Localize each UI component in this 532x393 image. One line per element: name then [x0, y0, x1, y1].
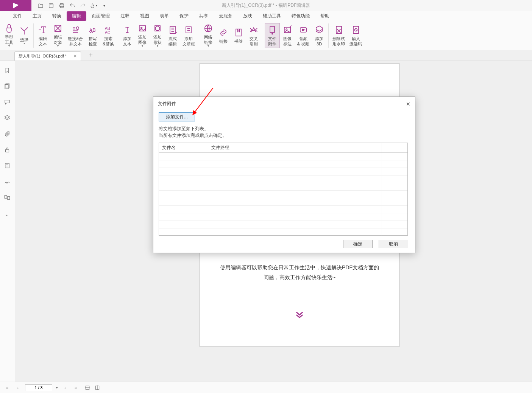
table-row[interactable] — [159, 228, 407, 236]
signature-icon[interactable] — [4, 178, 11, 186]
form-icon[interactable] — [4, 162, 11, 170]
table-row[interactable] — [159, 153, 407, 160]
menu-item-7[interactable]: 表单 — [154, 11, 174, 21]
ribbon-button-1[interactable]: 选择▾ — [17, 24, 32, 47]
menu-item-13[interactable]: 特色功能 — [286, 11, 315, 21]
save-icon[interactable] — [47, 2, 55, 9]
table-row[interactable] — [159, 221, 407, 228]
add-tab-button[interactable]: ＋ — [88, 51, 94, 59]
foxit-logo-icon — [12, 2, 20, 9]
table-row[interactable] — [159, 168, 407, 176]
ribbon-button-17[interactable]: 图像 标注 — [280, 23, 295, 48]
open-icon[interactable] — [37, 2, 44, 9]
ribbon-button-20[interactable]: 删除试 用水印 — [330, 23, 347, 48]
security-icon[interactable] — [4, 146, 11, 154]
ok-button[interactable]: 确定 — [343, 240, 373, 248]
undo-icon[interactable] — [69, 2, 76, 9]
menu-item-3[interactable]: 编辑 — [67, 11, 86, 21]
menu-item-14[interactable]: 帮助 — [315, 11, 335, 21]
ribbon-button-4[interactable]: 链接&合 并文本 — [66, 23, 85, 48]
fit-page-icon[interactable] — [94, 385, 100, 391]
menu-item-10[interactable]: 云服务 — [214, 11, 238, 21]
ribbon-label: 文件 附件 — [268, 36, 276, 47]
ribbon-button-14[interactable]: 书签 — [231, 26, 246, 45]
menu-item-6[interactable]: 视图 — [135, 11, 154, 21]
dialog-hint: 将文档添加至如下列表。 当所有文件添加完成后点击确定。 — [159, 125, 410, 139]
ribbon-button-19[interactable]: 添加 3D — [312, 23, 327, 48]
ribbon-button-2[interactable]: 编辑 文本 — [35, 23, 50, 48]
redo-icon[interactable] — [79, 2, 87, 9]
print-icon[interactable] — [58, 2, 66, 9]
ribbon-icon — [334, 25, 344, 35]
page-number-input[interactable] — [25, 384, 52, 391]
ribbon-label: 编辑 文本 — [39, 36, 47, 47]
ribbon-icon — [233, 27, 244, 38]
menu-item-9[interactable]: 共享 — [194, 11, 214, 21]
touch-icon[interactable]: ▾ — [90, 2, 97, 9]
tab-close-icon[interactable]: ✕ — [73, 54, 77, 59]
ribbon-button-11[interactable]: 添加 文章框 — [180, 23, 197, 48]
add-file-button[interactable]: 添加文件... — [159, 112, 195, 121]
attachment-icon[interactable] — [4, 130, 11, 138]
ribbon-button-16[interactable]: 文件 附件 — [265, 23, 280, 48]
table-row[interactable] — [159, 191, 407, 198]
menu-item-8[interactable]: 保护 — [174, 11, 194, 21]
ribbon-icon: ABAC — [103, 25, 114, 35]
ribbon-button-12[interactable]: 网络 链接▾ — [201, 22, 216, 49]
menu-item-5[interactable]: 注释 — [115, 11, 135, 21]
table-row[interactable] — [159, 198, 407, 206]
first-page-button[interactable]: « — [4, 384, 11, 391]
compare-icon[interactable] — [4, 194, 11, 202]
ribbon-button-15[interactable]: 交叉 引用 — [246, 23, 261, 48]
bookmark-icon[interactable] — [4, 67, 11, 75]
page-dropdown-icon[interactable]: ▾ — [56, 386, 58, 390]
dialog-close-icon[interactable]: ✕ — [406, 101, 410, 107]
ribbon-button-9[interactable]: 添加 形状▾ — [150, 22, 165, 49]
status-bar: « ‹ ▾ › » — [0, 382, 532, 393]
document-tab[interactable]: 新人引导(1)_OCR(3).pdf * ✕ — [14, 51, 81, 61]
table-row[interactable] — [159, 206, 407, 213]
menu-item-0[interactable]: 文件 — [8, 11, 27, 21]
ribbon-button-5[interactable]: AB拼写 检查 — [85, 23, 100, 48]
pages-icon[interactable] — [4, 83, 11, 90]
layers-icon[interactable] — [4, 115, 11, 122]
dropdown-chevron-icon: ▾ — [142, 44, 143, 48]
menu-item-12[interactable]: 辅助工具 — [257, 11, 286, 21]
ribbon-button-21[interactable]: 输入 激活码 — [347, 23, 364, 48]
sidebar-expand-icon[interactable]: ▸ — [6, 213, 9, 217]
svg-rect-27 — [5, 149, 9, 152]
ribbon-button-8[interactable]: 添加 图像▾ — [135, 22, 150, 49]
page-text-line: 使用编辑器可以帮助您在日常工作生活中，快速解决PDF文档方面的 — [211, 263, 388, 272]
ribbon-button-0[interactable]: 手型 工具▾ — [2, 22, 17, 49]
ribbon-button-10[interactable]: 流式 编辑 — [165, 23, 180, 48]
ribbon-button-13[interactable]: 链接 — [216, 26, 231, 45]
ribbon-button-18[interactable]: 音频 & 视频 — [295, 23, 312, 48]
window-title: 新人引导(1)_OCR(3).pdf * - 福昕PDF编辑器 — [222, 2, 310, 9]
cancel-button[interactable]: 取消 — [379, 240, 408, 248]
ribbon-button-7[interactable]: 添加 文本 — [120, 23, 135, 48]
table-row[interactable] — [159, 213, 407, 221]
table-row[interactable] — [159, 176, 407, 183]
col-header-extra[interactable] — [382, 143, 407, 152]
last-page-button[interactable]: » — [72, 384, 79, 391]
col-header-path[interactable]: 文件路径 — [208, 143, 382, 152]
ribbon-label: 链接 — [219, 39, 228, 44]
qat-customize-icon[interactable]: ▾ — [100, 2, 108, 9]
menu-item-2[interactable]: 转换 — [47, 11, 67, 21]
ribbon-button-6[interactable]: ABAC搜索 &替换 — [100, 23, 116, 48]
prev-page-button[interactable]: ‹ — [14, 384, 21, 391]
ribbon-label: 添加 图像 — [138, 34, 147, 45]
next-page-button[interactable]: › — [62, 384, 69, 391]
table-row[interactable] — [159, 160, 407, 168]
ribbon-button-3[interactable]: 编辑 对象▾ — [50, 22, 66, 49]
ribbon-label: 添加 3D — [315, 36, 323, 47]
comment-icon[interactable] — [4, 99, 11, 106]
menu-item-4[interactable]: 页面管理 — [86, 11, 115, 21]
table-row[interactable] — [159, 183, 407, 191]
svg-rect-28 — [5, 163, 9, 168]
fit-width-icon[interactable] — [84, 385, 90, 391]
menu-item-1[interactable]: 主页 — [27, 11, 47, 21]
dialog-footer: 确定 取消 — [343, 240, 408, 248]
menu-item-11[interactable]: 放映 — [238, 11, 257, 21]
col-header-name[interactable]: 文件名 — [159, 143, 208, 152]
